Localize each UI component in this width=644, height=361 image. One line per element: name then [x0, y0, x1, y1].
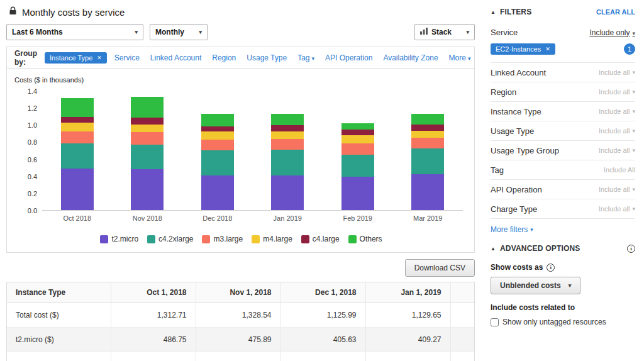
bar-segment-others[interactable] — [411, 114, 444, 125]
bar-segment-c4-2xlarge[interactable] — [201, 150, 234, 175]
bar-segment-m4-large[interactable] — [131, 125, 164, 132]
bar-segment-m4-large[interactable] — [341, 135, 374, 144]
advanced-options-title: ADVANCED OPTIONS — [500, 244, 580, 253]
groupby-link-availability-zone[interactable]: Availability Zone — [383, 53, 438, 62]
bar-segment-c4-2xlarge[interactable] — [131, 145, 164, 169]
chevron-down-icon: ▾ — [466, 55, 471, 62]
legend-item-t2-micro[interactable]: t2.micro — [100, 235, 138, 243]
bar-segment-c4-large[interactable] — [131, 118, 164, 125]
groupby-link-linked-account[interactable]: Linked Account — [150, 53, 201, 62]
bar-segment-m3-large[interactable] — [411, 138, 444, 149]
filter-label: Linked Account — [491, 68, 546, 77]
bar-segment-t2-micro[interactable] — [411, 174, 444, 210]
bar-segment-m4-large[interactable] — [411, 131, 444, 138]
untagged-resources-checkbox[interactable] — [491, 318, 499, 326]
chevron-down-icon: ▾ — [632, 89, 635, 95]
filter-row-linked-account[interactable]: Linked AccountInclude all▾ — [491, 63, 635, 82]
bar-segment-c4-large[interactable] — [271, 125, 304, 131]
stacked-bar-feb-2019[interactable] — [341, 123, 374, 210]
filter-row-usage-type[interactable]: Usage TypeInclude all▾ — [491, 121, 635, 141]
bar-segment-c4-2xlarge[interactable] — [411, 148, 444, 174]
filters-title: FILTERS — [500, 8, 532, 16]
collapse-triangle-icon[interactable]: ▲ — [491, 246, 496, 252]
stacked-bar-jan-2019[interactable] — [271, 114, 304, 210]
bar-segment-m3-large[interactable] — [131, 132, 164, 145]
close-icon[interactable]: ✕ — [545, 46, 550, 52]
y-tick-label: 1.2 — [28, 104, 37, 112]
groupby-link-service[interactable]: Service — [114, 53, 140, 62]
stacked-bar-nov-2018[interactable] — [131, 97, 164, 210]
stacked-bar-mar-2019[interactable] — [411, 114, 444, 210]
collapse-triangle-icon[interactable]: ▲ — [491, 9, 496, 15]
bar-segment-m4-large[interactable] — [61, 123, 94, 131]
legend-item-c4-large[interactable]: c4.large — [301, 235, 340, 243]
bar-segment-c4-large[interactable] — [61, 117, 94, 123]
bar-segment-others[interactable] — [271, 114, 304, 125]
bar-segment-others[interactable] — [61, 98, 94, 118]
legend-item-c4-2xlarge[interactable]: c4.2xlarge — [147, 235, 193, 243]
info-icon[interactable]: i — [547, 264, 555, 272]
stacked-bar-oct-2018[interactable] — [61, 98, 94, 210]
bar-segment-m3-large[interactable] — [201, 140, 234, 150]
x-tick-label: Mar 2019 — [393, 214, 464, 222]
service-filter-chip[interactable]: EC2-Instances ✕ — [491, 43, 555, 55]
bar-segment-c4-large[interactable] — [341, 130, 374, 135]
bar-segment-t2-micro[interactable] — [61, 169, 94, 210]
chart-style-select[interactable]: Stack ▾ — [414, 24, 475, 40]
bar-segment-others[interactable] — [131, 97, 164, 118]
advanced-options-header: ▲ ADVANCED OPTIONS i — [491, 244, 635, 253]
close-icon[interactable]: ✕ — [97, 55, 102, 61]
download-csv-button[interactable]: Download CSV — [405, 259, 475, 277]
bar-segment-t2-micro[interactable] — [271, 175, 304, 211]
bar-segment-m4-large[interactable] — [201, 131, 234, 140]
service-include-mode[interactable]: Include only▾ — [589, 28, 635, 37]
y-tick-label: 0.8 — [28, 138, 37, 146]
more-filters-link[interactable]: More filters ▾ — [491, 225, 533, 234]
cost-type-select[interactable]: Unblended costs ▾ — [491, 277, 580, 294]
groupby-link-api-operation[interactable]: API Operation — [325, 53, 372, 62]
bar-segment-m3-large[interactable] — [61, 131, 94, 143]
row-value: 1,312.71 — [111, 303, 196, 328]
filter-row-charge-type[interactable]: Charge TypeInclude all▾ — [491, 199, 635, 219]
bar-segment-others[interactable] — [341, 123, 374, 130]
bar-segment-t2-micro[interactable] — [201, 175, 234, 210]
filter-row-instance-type[interactable]: Instance TypeInclude all▾ — [491, 102, 635, 121]
stacked-bar-dec-2018[interactable] — [201, 114, 234, 210]
groupby-link-tag[interactable]: Tag▾ — [297, 53, 314, 62]
chevron-down-icon: ▾ — [632, 128, 635, 134]
bar-segment-c4-2xlarge[interactable] — [271, 150, 304, 175]
bar-segment-c4-2xlarge[interactable] — [341, 155, 374, 177]
granularity-select[interactable]: Monthly ▾ — [150, 24, 208, 40]
groupby-link-region[interactable]: Region — [212, 53, 236, 62]
untagged-resources-row[interactable]: Show only untagged resources — [491, 318, 635, 326]
filter-row-region[interactable]: RegionInclude all▾ — [491, 82, 635, 102]
service-chip-label: EC2-Instances — [496, 45, 541, 53]
filter-row-tag[interactable]: TagInclude All — [491, 160, 635, 180]
legend-item-others[interactable]: Others — [348, 235, 382, 243]
bar-segment-m3-large[interactable] — [271, 139, 304, 150]
filter-row-service[interactable]: Service Include only▾ — [491, 23, 635, 42]
info-icon[interactable]: i — [627, 245, 635, 253]
bar-segment-t2-micro[interactable] — [341, 177, 374, 210]
bar-segment-t2-micro[interactable] — [131, 169, 164, 210]
groupby-link-usage-type[interactable]: Usage Type — [247, 53, 287, 62]
legend-item-m3-large[interactable]: m3.large — [202, 235, 243, 243]
legend-item-m4-large[interactable]: m4.large — [252, 235, 292, 243]
bar-segment-others[interactable] — [201, 114, 234, 126]
clear-all-link[interactable]: CLEAR ALL — [596, 8, 635, 16]
bar-segment-m4-large[interactable] — [271, 131, 304, 139]
groupby-active-chip[interactable]: Instance Type ✕ — [45, 52, 107, 64]
service-filter-label: Service — [491, 28, 518, 37]
filter-row-usage-type-group[interactable]: Usage Type GroupInclude all▾ — [491, 141, 635, 160]
x-tick-label: Jan 2019 — [253, 214, 323, 222]
filter-row-api-operation[interactable]: API OperationInclude all▾ — [491, 180, 635, 199]
bar-segment-c4-2xlarge[interactable] — [61, 143, 94, 169]
bar-segment-c4-large[interactable] — [411, 125, 444, 131]
more-filters-label: More filters — [491, 225, 528, 234]
chart-legend: t2.microc4.2xlargem3.largem4.largec4.lar… — [13, 235, 469, 243]
date-range-select[interactable]: Last 6 Months ▾ — [6, 24, 143, 40]
bar-segment-m3-large[interactable] — [341, 143, 374, 155]
groupby-link-more[interactable]: More▾ — [449, 53, 471, 62]
bar-segment-c4-large[interactable] — [201, 126, 234, 131]
legend-label: m4.large — [263, 235, 292, 243]
